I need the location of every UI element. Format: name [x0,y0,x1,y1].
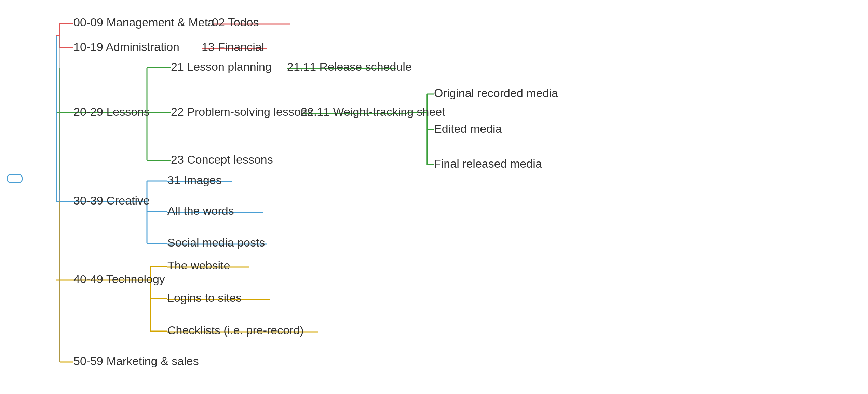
diagram-label: 22 Problem-solving lessons [171,105,313,118]
diagram-label: Edited media [434,122,502,136]
diagram-label: Logins to sites [167,291,242,305]
diagram-label: 40-49 Technology [73,272,165,286]
diagram-label: 02 Todos [212,16,259,29]
diagram-label: All the words [167,204,234,217]
diagram-label: 22.11 Weight-tracking sheet [301,105,445,118]
diagram-label: 31 Images [167,173,222,187]
diagram-label: 21.11 Release schedule [287,60,412,73]
diagram-label: 50-59 Marketing & sales [73,354,199,368]
root-node [7,174,23,183]
diagram-label: 10-19 Administration [73,40,179,54]
diagram-label: The website [167,259,230,272]
diagram-label: Social media posts [167,236,265,249]
diagram-label: 21 Lesson planning [171,60,272,73]
diagram-label: 13 Financial [202,40,264,54]
diagram-label: Final released media [434,157,542,170]
diagram-label: 00-09 Management & Meta [73,16,214,29]
diagram-label: Checklists (i.e. pre-record) [167,324,304,337]
diagram-label: 20-29 Lessons [73,105,150,118]
diagram-label: Original recorded media [434,86,558,100]
diagram-label: 23 Concept lessons [171,153,273,166]
diagram-label: 30-39 Creative [73,194,150,207]
